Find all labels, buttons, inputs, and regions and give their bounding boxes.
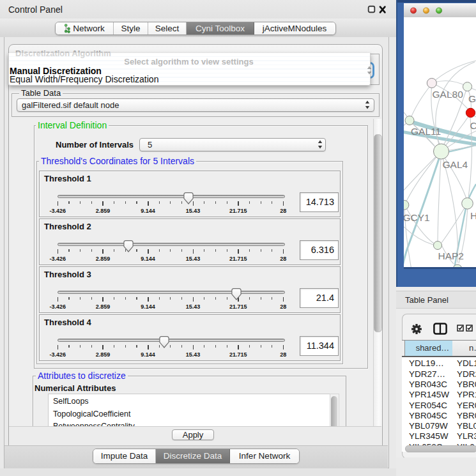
svg-text:H: H <box>470 210 476 221</box>
svg-text:GA: GA <box>468 93 476 104</box>
svg-text:GAL80: GAL80 <box>433 89 464 100</box>
svg-text:GAL11: GAL11 <box>411 126 441 137</box>
svg-text:C: C <box>470 120 476 131</box>
svg-text:GAL4: GAL4 <box>443 159 468 170</box>
svg-text:HAP2: HAP2 <box>438 250 464 261</box>
svg-text:GCY1: GCY1 <box>404 212 430 223</box>
